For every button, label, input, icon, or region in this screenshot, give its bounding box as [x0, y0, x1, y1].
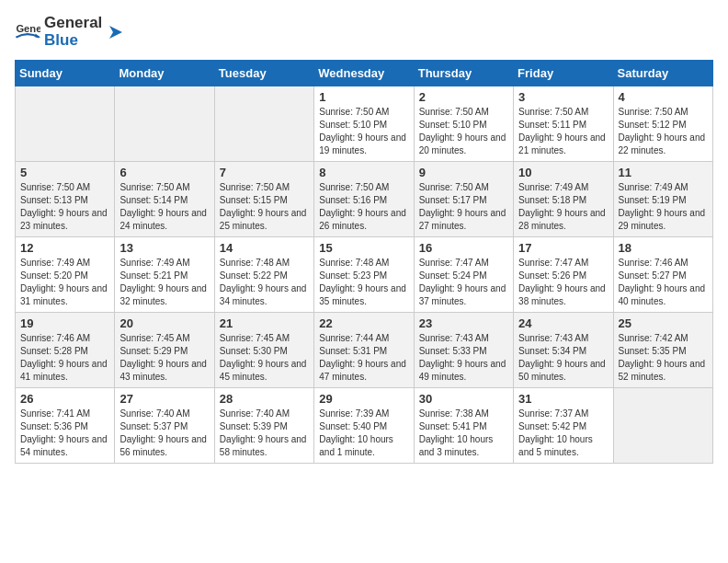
calendar-cell: 31Sunrise: 7:37 AMSunset: 5:42 PMDayligh…	[514, 388, 613, 464]
day-number: 31	[518, 392, 608, 406]
calendar-cell	[613, 388, 712, 464]
calendar-cell: 19Sunrise: 7:46 AMSunset: 5:28 PMDayligh…	[16, 313, 115, 388]
calendar-table: SundayMondayTuesdayWednesdayThursdayFrid…	[15, 60, 713, 464]
day-info: Sunrise: 7:47 AMSunset: 5:26 PMDaylight:…	[518, 257, 608, 308]
day-number: 22	[319, 316, 408, 330]
day-number: 10	[518, 166, 608, 179]
day-number: 30	[419, 392, 508, 406]
day-number: 1	[319, 90, 408, 104]
calendar-week-5: 26Sunrise: 7:41 AMSunset: 5:36 PMDayligh…	[16, 388, 713, 464]
logo-blue-text: Blue	[44, 31, 78, 49]
weekday-header-sunday: Sunday	[16, 61, 115, 86]
calendar-header-row: SundayMondayTuesdayWednesdayThursdayFrid…	[16, 61, 713, 86]
day-number: 6	[119, 166, 209, 179]
day-info: Sunrise: 7:41 AMSunset: 5:36 PMDaylight:…	[20, 408, 109, 459]
day-number: 25	[619, 316, 708, 330]
logo-arrow-icon	[106, 22, 126, 42]
calendar-week-1: 1Sunrise: 7:50 AMSunset: 5:10 PMDaylight…	[16, 86, 713, 162]
day-info: Sunrise: 7:46 AMSunset: 5:28 PMDaylight:…	[20, 332, 109, 384]
day-info: Sunrise: 7:50 AMSunset: 5:16 PMDaylight:…	[319, 181, 408, 233]
calendar-cell	[16, 86, 115, 162]
calendar-cell: 9Sunrise: 7:50 AMSunset: 5:17 PMDaylight…	[414, 162, 513, 237]
day-number: 4	[619, 90, 708, 104]
day-number: 18	[619, 241, 708, 255]
calendar-cell: 26Sunrise: 7:41 AMSunset: 5:36 PMDayligh…	[16, 388, 115, 464]
day-number: 2	[419, 90, 508, 104]
day-number: 8	[319, 166, 408, 179]
day-info: Sunrise: 7:47 AMSunset: 5:24 PMDaylight:…	[419, 257, 508, 308]
weekday-header-wednesday: Wednesday	[314, 61, 414, 86]
day-info: Sunrise: 7:38 AMSunset: 5:41 PMDaylight:…	[419, 408, 508, 459]
calendar-cell	[214, 86, 313, 162]
weekday-header-saturday: Saturday	[613, 61, 712, 86]
day-number: 5	[20, 166, 109, 179]
day-info: Sunrise: 7:46 AMSunset: 5:27 PMDaylight:…	[619, 257, 708, 308]
calendar-cell: 8Sunrise: 7:50 AMSunset: 5:16 PMDaylight…	[314, 162, 414, 237]
page-header: General General Blue	[15, 15, 713, 49]
day-info: Sunrise: 7:42 AMSunset: 5:35 PMDaylight:…	[619, 332, 708, 384]
day-info: Sunrise: 7:50 AMSunset: 5:10 PMDaylight:…	[419, 106, 508, 157]
day-info: Sunrise: 7:50 AMSunset: 5:13 PMDaylight:…	[20, 181, 109, 233]
day-info: Sunrise: 7:50 AMSunset: 5:17 PMDaylight:…	[419, 181, 508, 233]
calendar-cell: 21Sunrise: 7:45 AMSunset: 5:30 PMDayligh…	[214, 313, 313, 388]
day-number: 27	[119, 392, 209, 406]
calendar-cell: 13Sunrise: 7:49 AMSunset: 5:21 PMDayligh…	[115, 237, 214, 313]
day-info: Sunrise: 7:48 AMSunset: 5:22 PMDaylight:…	[220, 257, 309, 308]
day-info: Sunrise: 7:39 AMSunset: 5:40 PMDaylight:…	[319, 408, 408, 459]
calendar-cell: 10Sunrise: 7:49 AMSunset: 5:18 PMDayligh…	[514, 162, 613, 237]
calendar-cell	[115, 86, 214, 162]
calendar-week-4: 19Sunrise: 7:46 AMSunset: 5:28 PMDayligh…	[16, 313, 713, 388]
logo-general-text: General	[44, 14, 102, 31]
day-number: 7	[220, 166, 309, 179]
day-info: Sunrise: 7:50 AMSunset: 5:15 PMDaylight:…	[220, 181, 309, 233]
day-number: 23	[419, 316, 508, 330]
calendar-week-3: 12Sunrise: 7:49 AMSunset: 5:20 PMDayligh…	[16, 237, 713, 313]
day-number: 11	[619, 166, 708, 179]
calendar-cell: 2Sunrise: 7:50 AMSunset: 5:10 PMDaylight…	[414, 86, 513, 162]
day-number: 28	[220, 392, 309, 406]
day-number: 16	[419, 241, 508, 255]
day-info: Sunrise: 7:45 AMSunset: 5:29 PMDaylight:…	[119, 332, 209, 384]
day-number: 15	[319, 241, 408, 255]
day-info: Sunrise: 7:43 AMSunset: 5:33 PMDaylight:…	[419, 332, 508, 384]
logo-icon: General	[15, 19, 40, 45]
day-number: 24	[518, 316, 608, 330]
calendar-cell: 17Sunrise: 7:47 AMSunset: 5:26 PMDayligh…	[514, 237, 613, 313]
day-info: Sunrise: 7:45 AMSunset: 5:30 PMDaylight:…	[220, 332, 309, 384]
day-number: 12	[20, 241, 109, 255]
calendar-week-2: 5Sunrise: 7:50 AMSunset: 5:13 PMDaylight…	[16, 162, 713, 237]
day-number: 3	[518, 90, 608, 104]
calendar-cell: 27Sunrise: 7:40 AMSunset: 5:37 PMDayligh…	[115, 388, 214, 464]
day-info: Sunrise: 7:49 AMSunset: 5:20 PMDaylight:…	[20, 257, 109, 308]
day-number: 17	[518, 241, 608, 255]
calendar-cell: 30Sunrise: 7:38 AMSunset: 5:41 PMDayligh…	[414, 388, 513, 464]
day-info: Sunrise: 7:48 AMSunset: 5:23 PMDaylight:…	[319, 257, 408, 308]
day-info: Sunrise: 7:40 AMSunset: 5:37 PMDaylight:…	[119, 408, 209, 459]
day-info: Sunrise: 7:50 AMSunset: 5:14 PMDaylight:…	[119, 181, 209, 233]
calendar-cell: 4Sunrise: 7:50 AMSunset: 5:12 PMDaylight…	[613, 86, 712, 162]
calendar-cell: 28Sunrise: 7:40 AMSunset: 5:39 PMDayligh…	[214, 388, 313, 464]
day-info: Sunrise: 7:49 AMSunset: 5:18 PMDaylight:…	[518, 181, 608, 233]
calendar-cell: 20Sunrise: 7:45 AMSunset: 5:29 PMDayligh…	[115, 313, 214, 388]
day-info: Sunrise: 7:37 AMSunset: 5:42 PMDaylight:…	[518, 408, 608, 459]
calendar-cell: 7Sunrise: 7:50 AMSunset: 5:15 PMDaylight…	[214, 162, 313, 237]
svg-marker-2	[109, 26, 122, 39]
weekday-header-monday: Monday	[115, 61, 214, 86]
calendar-cell: 25Sunrise: 7:42 AMSunset: 5:35 PMDayligh…	[613, 313, 712, 388]
day-info: Sunrise: 7:44 AMSunset: 5:31 PMDaylight:…	[319, 332, 408, 384]
calendar-cell: 5Sunrise: 7:50 AMSunset: 5:13 PMDaylight…	[16, 162, 115, 237]
weekday-header-friday: Friday	[514, 61, 613, 86]
calendar-cell: 23Sunrise: 7:43 AMSunset: 5:33 PMDayligh…	[414, 313, 513, 388]
calendar-cell: 6Sunrise: 7:50 AMSunset: 5:14 PMDaylight…	[115, 162, 214, 237]
day-info: Sunrise: 7:50 AMSunset: 5:11 PMDaylight:…	[518, 106, 608, 157]
day-number: 9	[419, 166, 508, 179]
day-number: 21	[220, 316, 309, 330]
day-info: Sunrise: 7:50 AMSunset: 5:10 PMDaylight:…	[319, 106, 408, 157]
day-info: Sunrise: 7:49 AMSunset: 5:19 PMDaylight:…	[619, 181, 708, 233]
calendar-cell: 22Sunrise: 7:44 AMSunset: 5:31 PMDayligh…	[314, 313, 414, 388]
day-info: Sunrise: 7:40 AMSunset: 5:39 PMDaylight:…	[220, 408, 309, 459]
weekday-header-tuesday: Tuesday	[214, 61, 313, 86]
day-info: Sunrise: 7:43 AMSunset: 5:34 PMDaylight:…	[518, 332, 608, 384]
calendar-cell: 18Sunrise: 7:46 AMSunset: 5:27 PMDayligh…	[613, 237, 712, 313]
calendar-cell: 3Sunrise: 7:50 AMSunset: 5:11 PMDaylight…	[514, 86, 613, 162]
